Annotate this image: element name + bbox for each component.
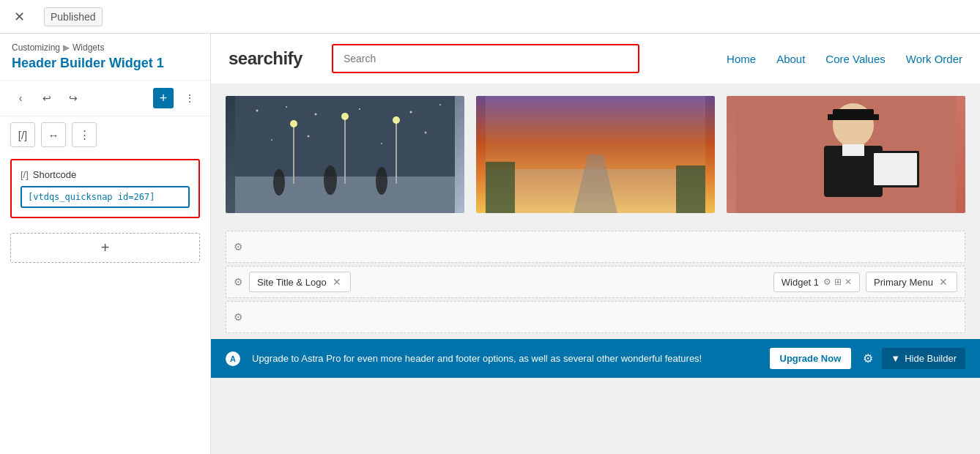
widget1-remove-icon[interactable]: ✕ [844, 277, 852, 287]
search-wrapper [332, 44, 639, 73]
row3-gear-icon[interactable]: ⚙ [234, 311, 243, 323]
svg-point-9 [393, 116, 400, 124]
add-button[interactable]: + [153, 88, 174, 108]
builder-section: ⚙ ⚙ Site Title & Logo ✕ Widget 1 [211, 225, 980, 339]
content-section [211, 84, 980, 225]
remove-primary-menu-btn[interactable]: ✕ [938, 276, 949, 288]
bracket-icon: [/] [21, 169, 29, 180]
shortcode-input[interactable] [21, 186, 190, 208]
images-row [226, 96, 965, 213]
widget-swap-btn[interactable]: ↔ [41, 122, 66, 147]
primary-menu-label: Primary Menu [874, 277, 933, 288]
breadcrumb: Customizing ▶ Widgets [12, 42, 198, 53]
svg-point-11 [324, 165, 337, 195]
widget1-grid-icon[interactable]: ⊞ [834, 277, 842, 287]
svg-point-17 [410, 111, 412, 114]
upgrade-now-button[interactable]: Upgrade Now [770, 348, 852, 369]
svg-rect-25 [486, 162, 515, 213]
svg-point-7 [341, 113, 349, 120]
svg-point-19 [271, 139, 272, 141]
site-nav: Home About Core Values Work Order [727, 53, 962, 65]
builder-row-3: ⚙ [226, 301, 965, 333]
svg-point-10 [273, 169, 285, 196]
svg-point-12 [376, 167, 387, 195]
builder-row-1: ⚙ [226, 231, 965, 263]
svg-point-16 [359, 108, 360, 110]
row1-gear-icon[interactable]: ⚙ [234, 241, 243, 253]
shortcode-widget: [/] Shortcode [10, 159, 200, 218]
redo-button[interactable]: ↪ [63, 88, 83, 108]
page-title: Header Builder Widget 1 [12, 56, 198, 71]
primary-menu-tag: Primary Menu ✕ [866, 272, 957, 292]
site-logo: searchify [229, 48, 302, 69]
hide-builder-button[interactable]: ▼ Hide Builder [882, 348, 965, 369]
row2-gear-icon[interactable]: ⚙ [234, 276, 243, 288]
svg-rect-34 [842, 144, 864, 156]
svg-point-22 [425, 132, 427, 134]
widget1-tag: Widget 1 ⚙ ⊞ ✕ [773, 272, 860, 292]
svg-point-21 [381, 143, 382, 144]
notif-right: ⚙ ▼ Hide Builder [863, 348, 965, 369]
svg-rect-26 [676, 165, 705, 213]
svg-point-18 [439, 104, 441, 105]
widget1-label: Widget 1 [782, 277, 819, 288]
svg-point-13 [256, 110, 259, 112]
svg-point-20 [308, 135, 310, 138]
notification-bar: A Upgrade to Astra Pro for even more hea… [211, 339, 980, 378]
widget-shortcode-btn[interactable]: [/] [10, 122, 35, 147]
undo-button[interactable]: ↩ [37, 88, 57, 108]
svg-rect-31 [874, 153, 917, 185]
widget1-icons: ⚙ ⊞ ✕ [823, 277, 852, 287]
more-options-button[interactable]: ⋮ [179, 88, 200, 108]
svg-point-14 [286, 106, 287, 108]
widget-more-btn[interactable]: ⋮ [72, 122, 97, 147]
published-badge[interactable]: Published [44, 7, 103, 26]
svg-point-15 [315, 114, 317, 116]
search-input[interactable] [335, 47, 636, 70]
image-snow [226, 96, 464, 213]
close-button[interactable]: ✕ [9, 7, 29, 27]
shortcode-label: [/] Shortcode [21, 169, 190, 180]
svg-point-5 [290, 120, 297, 127]
remove-site-title-btn[interactable]: ✕ [331, 276, 343, 288]
image-person [727, 96, 965, 213]
image-sunset [476, 96, 715, 213]
nav-about[interactable]: About [776, 53, 805, 65]
add-widget-button[interactable]: + [10, 233, 200, 263]
site-header: searchify Home About Core Values Work Or… [211, 34, 980, 84]
notification-text: Upgrade to Astra Pro for even more heade… [252, 353, 758, 364]
svg-rect-33 [828, 114, 879, 120]
chevron-down-icon: ▼ [891, 353, 900, 364]
settings-icon[interactable]: ⚙ [863, 351, 873, 365]
nav-home[interactable]: Home [727, 53, 756, 65]
astra-logo: A [226, 351, 240, 366]
builder-row-2: ⚙ Site Title & Logo ✕ Widget 1 ⚙ ⊞ ✕ [226, 266, 965, 298]
site-title-logo-tag: Site Title & Logo ✕ [249, 272, 351, 292]
nav-work-order[interactable]: Work Order [906, 53, 962, 65]
site-title-logo-label: Site Title & Logo [257, 277, 327, 288]
back-button[interactable]: ‹ [10, 88, 31, 108]
widget1-settings-icon[interactable]: ⚙ [823, 277, 831, 287]
nav-core-values[interactable]: Core Values [825, 53, 885, 65]
